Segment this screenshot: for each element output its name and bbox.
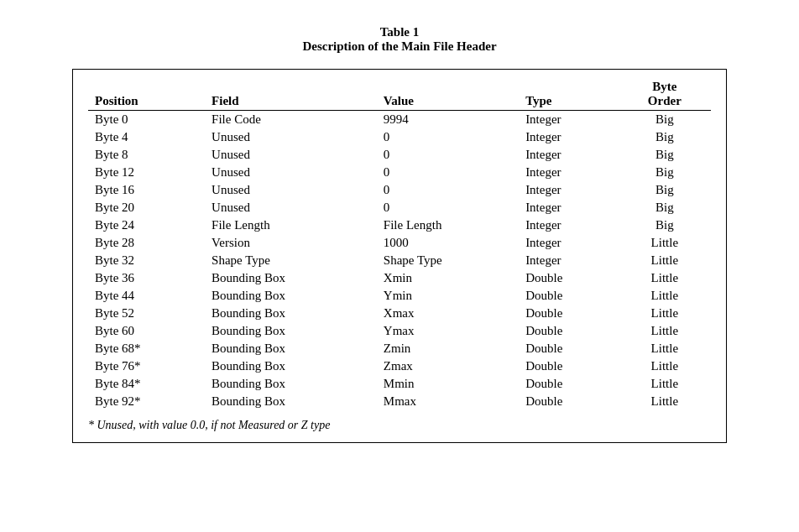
cell-value: 0 bbox=[377, 146, 519, 164]
cell-order: Big bbox=[619, 199, 711, 216]
cell-position: Byte 24 bbox=[88, 216, 205, 234]
cell-value: 0 bbox=[377, 164, 519, 181]
cell-type: Integer bbox=[519, 181, 619, 199]
table-row: Byte 76* Bounding Box Zmax Double Little bbox=[88, 357, 711, 375]
cell-value: Xmax bbox=[377, 305, 519, 322]
cell-position: Byte 76* bbox=[88, 357, 205, 375]
table-wrapper: Position Field Value Type Byte Order Byt… bbox=[72, 69, 727, 443]
cell-field: Unused bbox=[205, 181, 377, 199]
cell-order: Big bbox=[619, 216, 711, 234]
cell-position: Byte 0 bbox=[88, 111, 205, 129]
cell-value: Ymax bbox=[377, 322, 519, 340]
cell-position: Byte 28 bbox=[88, 234, 205, 252]
cell-type: Integer bbox=[519, 146, 619, 164]
cell-order: Big bbox=[619, 181, 711, 199]
cell-type: Integer bbox=[519, 111, 619, 129]
footer-note: * Unused, with value 0.0, if not Measure… bbox=[88, 419, 711, 432]
cell-position: Byte 12 bbox=[88, 164, 205, 181]
table-title-line2: Description of the Main File Header bbox=[302, 39, 496, 54]
col-header-byte-order: Byte Order bbox=[619, 78, 711, 111]
cell-position: Byte 20 bbox=[88, 199, 205, 216]
table-row: Byte 16 Unused 0 Integer Big bbox=[88, 181, 711, 199]
cell-value: 1000 bbox=[377, 234, 519, 252]
cell-type: Integer bbox=[519, 128, 619, 146]
table-row: Byte 44 Bounding Box Ymin Double Little bbox=[88, 287, 711, 305]
cell-position: Byte 52 bbox=[88, 305, 205, 322]
cell-value: 0 bbox=[377, 128, 519, 146]
table-row: Byte 60 Bounding Box Ymax Double Little bbox=[88, 322, 711, 340]
cell-field: Bounding Box bbox=[205, 269, 377, 287]
cell-order: Little bbox=[619, 269, 711, 287]
cell-type: Double bbox=[519, 357, 619, 375]
table-title-line1: Table 1 bbox=[302, 25, 496, 39]
cell-value: Ymin bbox=[377, 287, 519, 305]
col-header-value: Value bbox=[377, 78, 519, 111]
cell-type: Double bbox=[519, 305, 619, 322]
cell-type: Double bbox=[519, 287, 619, 305]
cell-field: Unused bbox=[205, 146, 377, 164]
cell-field: Shape Type bbox=[205, 252, 377, 269]
table-row: Byte 12 Unused 0 Integer Big bbox=[88, 164, 711, 181]
col-header-type: Type bbox=[519, 78, 619, 111]
cell-order: Little bbox=[619, 234, 711, 252]
cell-value: File Length bbox=[377, 216, 519, 234]
cell-order: Big bbox=[619, 146, 711, 164]
title-block: Table 1 Description of the Main File Hea… bbox=[302, 25, 496, 54]
table-row: Byte 32 Shape Type Shape Type Integer Li… bbox=[88, 252, 711, 269]
table-row: Byte 36 Bounding Box Xmin Double Little bbox=[88, 269, 711, 287]
table-row: Byte 8 Unused 0 Integer Big bbox=[88, 146, 711, 164]
cell-type: Double bbox=[519, 322, 619, 340]
table-row: Byte 0 File Code 9994 Integer Big bbox=[88, 111, 711, 129]
cell-type: Double bbox=[519, 393, 619, 410]
cell-position: Byte 8 bbox=[88, 146, 205, 164]
table-row: Byte 68* Bounding Box Zmin Double Little bbox=[88, 340, 711, 357]
table-row: Byte 92* Bounding Box Mmax Double Little bbox=[88, 393, 711, 410]
cell-field: Version bbox=[205, 234, 377, 252]
cell-position: Byte 4 bbox=[88, 128, 205, 146]
cell-type: Double bbox=[519, 375, 619, 393]
table-row: Byte 84* Bounding Box Mmin Double Little bbox=[88, 375, 711, 393]
cell-position: Byte 32 bbox=[88, 252, 205, 269]
cell-type: Integer bbox=[519, 252, 619, 269]
cell-order: Little bbox=[619, 287, 711, 305]
cell-field: Bounding Box bbox=[205, 357, 377, 375]
cell-field: Bounding Box bbox=[205, 305, 377, 322]
cell-position: Byte 44 bbox=[88, 287, 205, 305]
cell-value: 0 bbox=[377, 181, 519, 199]
cell-value: Shape Type bbox=[377, 252, 519, 269]
cell-value: 9994 bbox=[377, 111, 519, 129]
cell-order: Little bbox=[619, 322, 711, 340]
cell-field: Bounding Box bbox=[205, 340, 377, 357]
table-row: Byte 52 Bounding Box Xmax Double Little bbox=[88, 305, 711, 322]
cell-order: Little bbox=[619, 393, 711, 410]
cell-order: Big bbox=[619, 164, 711, 181]
cell-type: Integer bbox=[519, 164, 619, 181]
cell-field: Unused bbox=[205, 199, 377, 216]
cell-position: Byte 84* bbox=[88, 375, 205, 393]
table-row: Byte 4 Unused 0 Integer Big bbox=[88, 128, 711, 146]
cell-position: Byte 60 bbox=[88, 322, 205, 340]
cell-value: Mmax bbox=[377, 393, 519, 410]
cell-order: Little bbox=[619, 357, 711, 375]
cell-order: Little bbox=[619, 375, 711, 393]
cell-field: Unused bbox=[205, 128, 377, 146]
cell-position: Byte 36 bbox=[88, 269, 205, 287]
col-header-field: Field bbox=[205, 78, 377, 111]
table-row: Byte 24 File Length File Length Integer … bbox=[88, 216, 711, 234]
cell-position: Byte 68* bbox=[88, 340, 205, 357]
cell-order: Little bbox=[619, 305, 711, 322]
cell-value: Mmin bbox=[377, 375, 519, 393]
col-header-position: Position bbox=[88, 78, 205, 111]
cell-value: Zmin bbox=[377, 340, 519, 357]
cell-type: Integer bbox=[519, 199, 619, 216]
table-row: Byte 20 Unused 0 Integer Big bbox=[88, 199, 711, 216]
cell-order: Little bbox=[619, 252, 711, 269]
cell-field: Unused bbox=[205, 164, 377, 181]
main-table: Position Field Value Type Byte Order Byt… bbox=[88, 78, 711, 410]
cell-order: Big bbox=[619, 111, 711, 129]
table-row: Byte 28 Version 1000 Integer Little bbox=[88, 234, 711, 252]
cell-field: Bounding Box bbox=[205, 375, 377, 393]
cell-value: 0 bbox=[377, 199, 519, 216]
cell-type: Double bbox=[519, 340, 619, 357]
cell-type: Integer bbox=[519, 234, 619, 252]
